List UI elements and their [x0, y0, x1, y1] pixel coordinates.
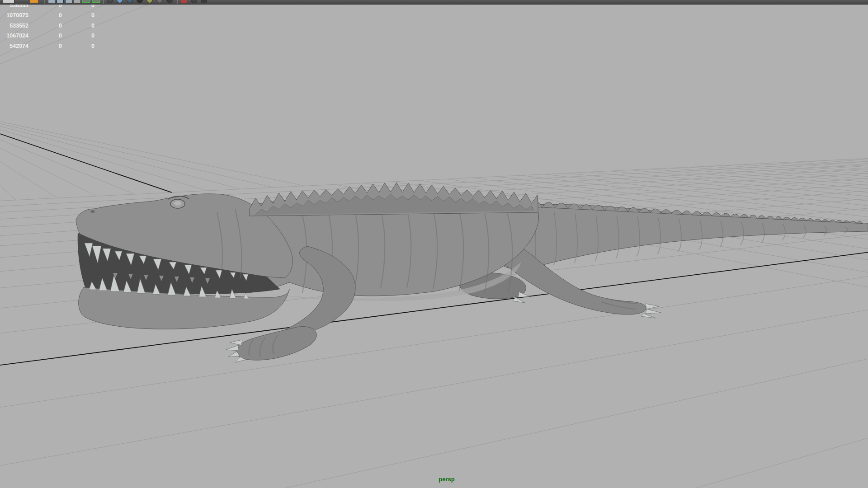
model-detail — [628, 207, 639, 212]
grid-line — [651, 169, 868, 455]
crocodile-model[interactable] — [76, 183, 868, 362]
poly-count-value: 0 — [62, 21, 94, 31]
model-detail — [758, 216, 766, 219]
lit-sphere-icon[interactable] — [137, 0, 143, 3]
poly-count-value: 0 — [62, 10, 94, 20]
model-detail — [856, 221, 863, 223]
panel-toolbar — [0, 0, 868, 5]
textured-sphere-icon[interactable] — [127, 0, 133, 3]
plugin-display-icon[interactable] — [201, 0, 207, 3]
model-detail — [244, 293, 249, 299]
model-detail — [671, 210, 682, 214]
model-detail — [542, 202, 555, 208]
model-detail — [799, 218, 807, 221]
grid-line — [670, 168, 868, 431]
viewport-canvas[interactable] — [0, 0, 868, 488]
wireframe-sphere-icon[interactable] — [107, 0, 113, 3]
model-detail — [814, 219, 821, 222]
grid-line — [708, 166, 868, 390]
model-detail — [712, 213, 721, 216]
toolbar-separator-1 — [44, 0, 45, 4]
poly-count-row-3: 53355200 — [0, 21, 94, 31]
model-detail — [682, 211, 692, 215]
gate-mask-icon[interactable] — [74, 0, 81, 3]
poly-count-row-5: 54207400 — [0, 41, 94, 51]
grid-line — [725, 165, 868, 373]
poly-count-value: 0 — [28, 10, 62, 20]
poly-count-value: 542074 — [0, 41, 28, 51]
model-detail — [829, 220, 836, 222]
poly-count-value: 1067024 — [0, 31, 28, 41]
poly-count-value: 1070075 — [0, 10, 28, 20]
safe-action-icon[interactable] — [82, 0, 90, 3]
toolbar-separator-2 — [103, 0, 104, 4]
resolution-gate-icon[interactable] — [65, 0, 72, 3]
model-detail — [807, 219, 814, 221]
grid-line — [689, 167, 868, 409]
model-detail — [836, 221, 843, 223]
camera-name-label: persp — [425, 476, 468, 483]
grid-line — [743, 164, 868, 358]
grid-line — [776, 163, 868, 333]
select-tool-icon[interactable] — [3, 0, 14, 3]
occlusion-icon[interactable] — [166, 0, 173, 3]
model-detail — [555, 203, 568, 209]
default-material-icon[interactable] — [146, 0, 153, 3]
grid-toggle-icon[interactable] — [48, 0, 55, 3]
model-detail — [821, 220, 829, 222]
nostril — [90, 210, 95, 213]
model-detail — [639, 208, 650, 213]
toolbar-separator-3 — [177, 0, 178, 4]
model-detail — [791, 217, 799, 220]
model-detail — [721, 213, 731, 217]
model-detail — [774, 216, 783, 220]
model-detail — [749, 215, 757, 218]
poly-count-value: 0 — [62, 41, 94, 51]
shaded-sphere-icon[interactable] — [117, 0, 123, 3]
poly-count-value: 0 — [28, 21, 62, 31]
shadows-icon[interactable] — [156, 0, 163, 3]
isolate-select-icon[interactable] — [191, 0, 197, 3]
xray-icon[interactable] — [181, 0, 187, 3]
poly-count-row-2: 107007500 — [0, 10, 94, 20]
model-detail — [766, 216, 775, 219]
poly-count-value: 533552 — [0, 21, 28, 31]
lasso-tool-icon[interactable] — [30, 0, 39, 3]
model-detail — [783, 217, 791, 220]
poly-count-value: 0 — [28, 41, 62, 51]
film-gate-icon[interactable] — [57, 0, 64, 3]
model-detail — [692, 211, 702, 216]
safe-title-icon[interactable] — [92, 0, 100, 3]
model-detail — [731, 214, 740, 217]
poly-count-value: 0 — [62, 31, 94, 41]
front-foot — [236, 327, 316, 360]
poly-count-hud: 5365540010700750053355200106702400542074… — [0, 0, 94, 51]
model-detail — [661, 210, 671, 214]
poly-count-value: 0 — [28, 31, 62, 41]
poly-count-row-4: 106702400 — [0, 31, 94, 41]
